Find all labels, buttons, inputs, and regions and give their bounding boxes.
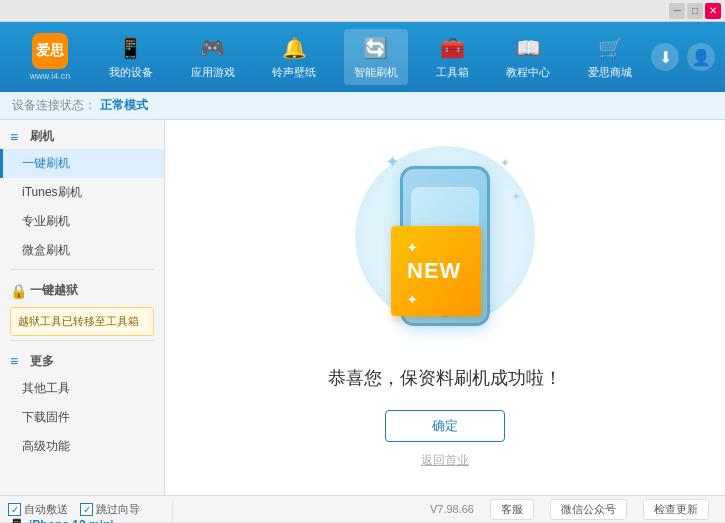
tutorials-label: 教程中心 (506, 65, 550, 80)
status-bar: 设备连接状态： 正常模式 (0, 92, 725, 120)
nav-ringtones[interactable]: 🔔 铃声壁纸 (262, 29, 326, 85)
user-btn[interactable]: 👤 (687, 43, 715, 71)
sparkle-2: ✦ (500, 156, 510, 170)
store-label: 爱思商城 (588, 65, 632, 80)
device-phone-icon: 📱 (8, 518, 25, 524)
nav-toolbox[interactable]: 🧰 工具箱 (426, 29, 479, 85)
auto-flash-check-icon: ✓ (8, 503, 21, 516)
nav-apps-games[interactable]: 🎮 应用游戏 (181, 29, 245, 85)
device-name: iPhone 12 mini (29, 518, 114, 524)
sidebar-divider-2 (10, 340, 154, 341)
nav-store[interactable]: 🛒 爱思商城 (578, 29, 642, 85)
go-back-link[interactable]: 返回首业 (421, 452, 469, 469)
download-btn[interactable]: ⬇ (651, 43, 679, 71)
sidebar-item-advanced[interactable]: 高级功能 (0, 432, 164, 461)
sidebar-item-other-tools[interactable]: 其他工具 (0, 374, 164, 403)
customer-service-btn[interactable]: 客服 (490, 499, 534, 520)
more-section-label: 更多 (30, 353, 54, 370)
close-btn[interactable]: ✕ (705, 3, 721, 19)
device-info: 📱 iPhone 12 mini 64GB Down-12mini-13,1 (8, 518, 166, 524)
skip-wizard-check-icon: ✓ (80, 503, 93, 516)
flash-section-icon: ≡ (10, 129, 26, 145)
sidebar-item-download-firmware[interactable]: 下载固件 (0, 403, 164, 432)
version-text: V7.98.66 (430, 503, 474, 515)
logo-icon: 爱思 (32, 33, 68, 69)
new-badge: NEW (391, 226, 481, 316)
ringtones-label: 铃声壁纸 (272, 65, 316, 80)
nav-tutorials[interactable]: 📖 教程中心 (496, 29, 560, 85)
sidebar-item-micro-flash[interactable]: 微盒刷机 (0, 236, 164, 265)
sidebar-section-jailbreak: 🔒 一键越狱 (0, 274, 164, 303)
header: 爱思 www.i4.cn 📱 我的设备 🎮 应用游戏 🔔 铃声壁纸 🔄 智能刷机… (0, 22, 725, 92)
title-bar: ─ □ ✕ (0, 0, 725, 22)
logo: 爱思 www.i4.cn (10, 33, 90, 81)
sidebar-section-more: ≡ 更多 (0, 345, 164, 374)
content-area: ✦ ✦ ✦ NEW 恭喜您，保资料刷机成功啦！ 确定 返回首业 (165, 120, 725, 495)
toolbox-icon: 🧰 (438, 34, 466, 62)
jailbreak-lock-icon: 🔒 (10, 283, 26, 299)
sidebar-divider-1 (10, 269, 154, 270)
skip-wizard-checkbox[interactable]: ✓ 跳过向导 (80, 502, 140, 517)
store-icon: 🛒 (596, 34, 624, 62)
flash-section-label: 刷机 (30, 128, 54, 145)
tutorials-icon: 📖 (514, 34, 542, 62)
jailbreak-warning: 越狱工具已转移至工具箱 (10, 307, 154, 336)
sparkle-1: ✦ (385, 151, 400, 173)
bottom-combined: ✓ 自动敷送 ✓ 跳过向导 V7.98.66 客服 微信公众号 检查更新 📱 i… (0, 495, 725, 523)
toolbox-label: 工具箱 (436, 65, 469, 80)
jailbreak-section-label: 一键越狱 (30, 282, 78, 299)
nav-smart-flash[interactable]: 🔄 智能刷机 (344, 29, 408, 85)
status-label: 设备连接状态： (12, 97, 96, 114)
apps-games-label: 应用游戏 (191, 65, 235, 80)
device-section: 📱 iPhone 12 mini 64GB Down-12mini-13,1 (8, 517, 173, 524)
sidebar-item-pro-flash[interactable]: 专业刷机 (0, 207, 164, 236)
sidebar-item-one-click-flash[interactable]: 一键刷机 (0, 149, 164, 178)
wechat-btn[interactable]: 微信公众号 (550, 499, 627, 520)
auto-flash-checkbox[interactable]: ✓ 自动敷送 (8, 502, 68, 517)
skip-wizard-label: 跳过向导 (96, 502, 140, 517)
bottom-left-panel: ✓ 自动敷送 ✓ 跳过向导 (8, 502, 173, 517)
sidebar-section-flash: ≡ 刷机 (0, 120, 164, 149)
checkbox-row: ✓ 自动敷送 ✓ 跳过向导 (8, 502, 166, 517)
sidebar: ≡ 刷机 一键刷机 iTunes刷机 专业刷机 微盒刷机 🔒 一键越狱 越狱工具… (0, 120, 165, 495)
bottom-right-panel: V7.98.66 客服 微信公众号 检查更新 (173, 499, 717, 520)
ringtones-icon: 🔔 (280, 34, 308, 62)
more-section-icon: ≡ (10, 353, 26, 369)
illustration: ✦ ✦ ✦ NEW (355, 146, 535, 346)
header-right: ⬇ 👤 (651, 43, 715, 71)
apps-games-icon: 🎮 (199, 34, 227, 62)
maximize-btn[interactable]: □ (687, 3, 703, 19)
nav-my-device[interactable]: 📱 我的设备 (99, 29, 163, 85)
success-text: 恭喜您，保资料刷机成功啦！ (328, 366, 562, 390)
my-device-label: 我的设备 (109, 65, 153, 80)
smart-flash-icon: 🔄 (362, 34, 390, 62)
sidebar-item-itunes-flash[interactable]: iTunes刷机 (0, 178, 164, 207)
sparkle-3: ✦ (512, 191, 520, 202)
main-layout: ≡ 刷机 一键刷机 iTunes刷机 专业刷机 微盒刷机 🔒 一键越狱 越狱工具… (0, 120, 725, 495)
my-device-icon: 📱 (117, 34, 145, 62)
nav-items: 📱 我的设备 🎮 应用游戏 🔔 铃声壁纸 🔄 智能刷机 🧰 工具箱 📖 教程中心… (90, 29, 651, 85)
minimize-btn[interactable]: ─ (669, 3, 685, 19)
check-update-btn[interactable]: 检查更新 (643, 499, 709, 520)
smart-flash-label: 智能刷机 (354, 65, 398, 80)
logo-url: www.i4.cn (30, 71, 71, 81)
status-value: 正常模式 (100, 97, 148, 114)
confirm-button[interactable]: 确定 (385, 410, 505, 442)
auto-flash-label: 自动敷送 (24, 502, 68, 517)
